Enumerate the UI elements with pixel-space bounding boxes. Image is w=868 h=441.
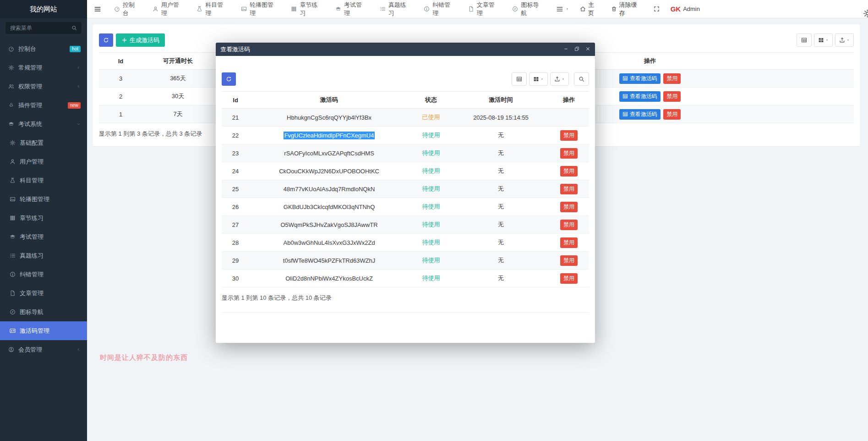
sidebar-search (5, 22, 82, 34)
disable-button[interactable]: 禁用 (560, 273, 578, 284)
nav-tab[interactable]: 用户管理 (147, 0, 191, 18)
nav-tab[interactable]: 轮播图管理 (235, 0, 285, 18)
code-row[interactable]: 29 t0sfWTe8WO45kPZFkTRd63WZhJ 待使用 无 禁用 (222, 252, 589, 270)
disable-button[interactable]: 禁用 (560, 220, 578, 230)
nav-tab[interactable]: 文章管理 (462, 0, 507, 18)
status-badge: hot (70, 46, 81, 52)
code-status-cell: 待使用 (409, 180, 453, 198)
export-dropdown-button[interactable] (550, 72, 569, 86)
code-row[interactable]: 26 GKBdUJb3CklcqfdMKOl3qNTNhQ 待使用 无 禁用 (222, 198, 589, 216)
sidebar-item[interactable]: 会员管理 (0, 340, 87, 359)
disable-button[interactable]: 禁用 (560, 130, 578, 141)
generate-codes-button[interactable]: 生成激活码 (116, 33, 165, 47)
home-link[interactable]: 主页 (574, 0, 605, 18)
disable-button[interactable]: 禁用 (560, 148, 578, 159)
sidebar-item[interactable]: 插件管理 new (0, 96, 87, 115)
disable-button[interactable]: 禁用 (560, 255, 578, 266)
nav-tab[interactable]: 章节练习 (285, 0, 329, 18)
file-icon (468, 6, 474, 12)
nav-tab[interactable]: 控制台 (108, 0, 147, 18)
caret-down-icon (566, 7, 569, 11)
maximize-button[interactable] (574, 46, 579, 53)
search-button[interactable] (574, 72, 589, 86)
code-row[interactable]: 27 O5WqmPkSJHvZakVgoSJ8JAwwTR 待使用 无 禁用 (222, 216, 589, 234)
close-button[interactable] (585, 46, 590, 53)
modal-table-tools (512, 72, 589, 86)
code-action-cell: 禁用 (549, 162, 589, 180)
minimize-icon (563, 46, 568, 51)
sidebar-item[interactable]: 真题练习 (0, 246, 87, 265)
clear-cache-link[interactable]: 清除缓存 (606, 0, 648, 18)
export-dropdown-button[interactable] (835, 33, 854, 47)
nav-tab[interactable]: 图标导航 (506, 0, 551, 18)
nav-tab[interactable]: 纠错管理 (418, 0, 462, 18)
nav-tab-label: 考试管理 (344, 1, 368, 17)
sidebar-toggle-button[interactable] (87, 0, 108, 18)
code-cell: rSAOFyIcoMLxvGZAPqftCsdHMS (249, 144, 409, 162)
disable-button[interactable]: 禁用 (560, 166, 578, 176)
code-row[interactable]: 22 FvgUCzleaHdimdlpPFnCXegmU4 待使用 无 禁用 (222, 127, 589, 144)
toggle-view-button[interactable] (797, 33, 812, 47)
view-codes-label: 查看激活码 (630, 93, 657, 100)
code-status-cell: 待使用 (409, 127, 453, 144)
status-text: 待使用 (422, 132, 440, 138)
sidebar-item[interactable]: 科目管理 (0, 171, 87, 190)
view-codes-button[interactable]: 查看激活码 (619, 109, 661, 120)
disable-button[interactable]: 禁用 (663, 109, 681, 120)
code-status-cell: 待使用 (409, 144, 453, 162)
minimize-button[interactable] (563, 46, 568, 53)
sidebar-item[interactable]: 轮播图管理 (0, 190, 87, 209)
sidebar-item[interactable]: 文章管理 (0, 284, 87, 303)
code-row[interactable]: 24 CkOouCKkWpJ2N6DxUPOBOOHtKC 待使用 无 禁用 (222, 162, 589, 180)
code-id-cell: 25 (222, 180, 249, 198)
sidebar-item[interactable]: 常规管理 (0, 58, 87, 77)
code-row[interactable]: 21 HbhukgnCgSc6rqQYYjb4lYf3Bx 已使用 2025-0… (222, 109, 589, 127)
nav-tab[interactable]: 考试管理 (329, 0, 374, 18)
code-row[interactable]: 25 48m77vKUoAlAsJdq7RmdloNQkN 待使用 无 禁用 (222, 180, 589, 198)
code-row[interactable]: 23 rSAOFyIcoMLxvGZAPqftCsdHMS 待使用 无 禁用 (222, 144, 589, 162)
sidebar-item-label: 考试系统 (18, 120, 42, 128)
caret-down-icon (562, 77, 565, 81)
sidebar-item[interactable]: 用户管理 (0, 152, 87, 171)
columns-dropdown-button[interactable] (529, 72, 548, 86)
code-cell: OliD2d8nNPbiWx4ZYkosBcUckZ (249, 270, 409, 287)
code-row[interactable]: 30 OliD2d8nNPbiWx4ZYkosBcUckZ 待使用 无 禁用 (222, 270, 589, 287)
nav-tab[interactable]: 科目管理 (191, 0, 235, 18)
sidebar-item[interactable]: 基础配置 (0, 133, 87, 152)
admin-menu[interactable]: GK Admin (665, 0, 705, 18)
home-icon (580, 6, 586, 12)
fullscreen-button[interactable] (648, 0, 665, 18)
sidebar-item[interactable]: 纠错管理 (0, 265, 87, 284)
sidebar-item[interactable]: 图标导航 (0, 303, 87, 321)
toggle-view-button[interactable] (512, 72, 527, 86)
sidebar-item[interactable]: 考试管理 (0, 227, 87, 246)
nav-tab[interactable]: 真题练习 (374, 0, 418, 18)
columns-dropdown-button[interactable] (814, 33, 833, 47)
disable-button[interactable]: 禁用 (663, 91, 681, 102)
view-codes-button[interactable]: 查看激活码 (619, 73, 661, 84)
sidebar-item[interactable]: 激活码管理 (0, 321, 87, 340)
view-codes-button[interactable]: 查看激活码 (619, 91, 661, 102)
divider (222, 312, 589, 313)
disable-button[interactable]: 禁用 (663, 73, 681, 84)
dialog-titlebar[interactable]: 查看激活码 (216, 43, 595, 56)
trash-icon (611, 6, 617, 12)
sidebar-item[interactable]: 权限管理 (0, 77, 87, 96)
disable-button[interactable]: 禁用 (560, 184, 578, 194)
plan-spacer-cell (684, 105, 854, 123)
clipped-edge-button[interactable] (863, 5, 868, 22)
menu-search-input[interactable] (10, 25, 69, 31)
sidebar-item[interactable]: 控制台 hot (0, 39, 87, 58)
code-row[interactable]: 28 Ab0w3wGhNuL4lsXvxG3JxWx2Zd 待使用 无 禁用 (222, 234, 589, 252)
status-text: 待使用 (422, 203, 440, 210)
caret-down-icon (846, 39, 850, 42)
refresh-button[interactable] (99, 33, 113, 47)
sidebar-item[interactable]: 章节练习 (0, 209, 87, 227)
columns-icon (533, 76, 539, 82)
disable-button[interactable]: 禁用 (560, 237, 578, 248)
sidebar-item[interactable]: 考试系统 (0, 115, 87, 133)
sidebar-item-label: 图标导航 (20, 308, 44, 316)
disable-button[interactable]: 禁用 (560, 202, 578, 212)
refresh-button[interactable] (222, 72, 236, 86)
nav-menu-dropdown[interactable] (551, 0, 574, 18)
